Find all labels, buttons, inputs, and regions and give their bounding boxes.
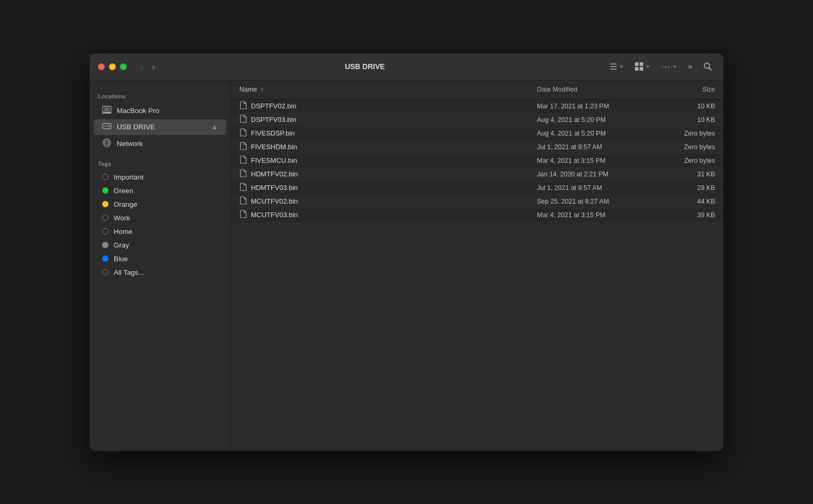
green-dot [102, 187, 108, 194]
green-label: Green [114, 187, 218, 195]
all-tags-icon: ○ [102, 269, 108, 275]
list-view-icon: ☰ [610, 62, 617, 72]
svg-rect-1 [640, 62, 643, 66]
file-date: Jan 14, 2020 at 2:21 PM [537, 171, 663, 178]
sidebar-item-important[interactable]: Important [94, 171, 226, 184]
file-name: DSPTFV03.bin [251, 116, 537, 124]
file-icon [239, 210, 247, 220]
file-date: Mar 4, 2021 at 3:15 PM [537, 157, 663, 164]
toolbar-controls: ☰ ··· [607, 60, 715, 74]
file-date: Sep 25, 2021 at 8:27 AM [537, 198, 663, 205]
table-row[interactable]: MCUTFV02.bin Sep 25, 2021 at 8:27 AM 44 … [231, 195, 723, 208]
search-button[interactable] [700, 60, 715, 73]
ellipsis-icon: ··· [661, 61, 671, 72]
file-name: MCUTFV03.bin [251, 211, 537, 219]
svg-rect-0 [635, 62, 639, 66]
file-size: Zero bytes [663, 157, 715, 164]
sidebar-item-gray[interactable]: Gray [94, 239, 226, 252]
more-chevron-icon [672, 64, 677, 69]
col-name-header[interactable]: Name ⇧ [239, 86, 537, 93]
orange-label: Orange [114, 200, 218, 208]
sidebar-item-blue[interactable]: Blue [94, 252, 226, 265]
file-icon [239, 183, 247, 193]
svg-rect-11 [104, 125, 107, 127]
grid-view-button[interactable] [632, 60, 653, 73]
sidebar-item-work[interactable]: Work [94, 211, 226, 225]
table-row[interactable]: FIVESHDM.bin Jul 1, 2021 at 9:57 AM Zero… [231, 140, 723, 154]
file-name: FIVESMCU.bin [251, 156, 537, 164]
table-row[interactable]: FIVESMCU.bin Mar 4, 2021 at 3:15 PM Zero… [231, 154, 723, 167]
file-size: 10 KB [663, 116, 715, 124]
blue-dot [102, 255, 108, 262]
col-date-header[interactable]: Date Modified [537, 86, 663, 93]
sidebar-item-green[interactable]: Green [94, 184, 226, 197]
sidebar-item-network[interactable]: Network [94, 136, 226, 152]
search-icon [703, 62, 712, 71]
file-icon [239, 115, 247, 125]
svg-rect-2 [635, 67, 639, 71]
file-icon [239, 196, 247, 206]
file-date: Jul 1, 2021 at 9:57 AM [537, 143, 663, 151]
drive-icon [102, 122, 112, 132]
usb-label: USB DRIVE [117, 123, 206, 131]
double-chevron-icon: » [688, 62, 693, 71]
sidebar-item-macbook[interactable]: MacBook Pro [94, 103, 226, 119]
close-button[interactable] [98, 63, 105, 70]
macbook-label: MacBook Pro [117, 107, 218, 115]
more-options-button[interactable]: ··· [658, 60, 680, 74]
table-row[interactable]: DSPTFV03.bin Aug 4, 2021 at 5:20 PM 10 K… [231, 113, 723, 127]
file-icon [239, 155, 247, 165]
file-pane: Name ⇧ Date Modified Size DSPTFV02.bin M… [231, 81, 723, 451]
finder-window: ‹ › USB DRIVE ☰ [90, 53, 723, 451]
sidebar-item-home[interactable]: Home [94, 225, 226, 238]
svg-line-5 [709, 68, 712, 71]
list-view-button[interactable]: ☰ [607, 60, 627, 73]
file-size: 28 KB [663, 184, 715, 192]
file-name: FIVESDSP.bin [251, 129, 537, 137]
work-dot [102, 215, 108, 221]
table-row[interactable]: MCUTFV03.bin Mar 4, 2021 at 3:15 PM 39 K… [231, 208, 723, 222]
file-date: Mar 17, 2021 at 1:23 PM [537, 103, 663, 110]
gray-dot [102, 242, 108, 248]
file-name: FIVESHDM.bin [251, 143, 537, 151]
file-date: Jul 1, 2021 at 9:57 AM [537, 184, 663, 192]
extra-nav-button[interactable]: » [685, 60, 695, 73]
col-size-header[interactable]: Size [663, 86, 715, 93]
table-row[interactable]: HDMTFV03.bin Jul 1, 2021 at 9:57 AM 28 K… [231, 181, 723, 195]
file-size: Zero bytes [663, 143, 715, 151]
grid-chevron-icon [645, 64, 651, 69]
sort-indicator: ⇧ [260, 87, 264, 93]
gray-label: Gray [114, 241, 218, 249]
sidebar-item-orange[interactable]: Orange [94, 198, 226, 211]
important-label: Important [114, 173, 218, 181]
file-size: 39 KB [663, 211, 715, 219]
file-date: Aug 4, 2021 at 5:20 PM [537, 116, 663, 124]
file-icon [239, 128, 247, 138]
file-date: Aug 4, 2021 at 5:20 PM [537, 130, 663, 137]
sidebar-item-all-tags[interactable]: ○ All Tags... [94, 266, 226, 279]
table-row[interactable]: DSPTFV02.bin Mar 17, 2021 at 1:23 PM 10 … [231, 99, 723, 113]
file-size: Zero bytes [663, 130, 715, 137]
svg-rect-7 [104, 107, 109, 111]
home-dot [102, 228, 108, 234]
all-tags-label: All Tags... [114, 268, 218, 276]
svg-rect-3 [640, 67, 643, 71]
minimize-button[interactable] [109, 63, 116, 70]
table-row[interactable]: FIVESDSP.bin Aug 4, 2021 at 5:20 PM Zero… [231, 127, 723, 140]
file-icon [239, 169, 247, 179]
file-name: HDMTFV03.bin [251, 184, 537, 192]
sidebar: Locations MacBook Pro [90, 81, 231, 451]
tags-label: Tags [90, 161, 230, 170]
svg-point-10 [108, 125, 110, 127]
file-date: Mar 4, 2021 at 3:15 PM [537, 211, 663, 219]
eject-icon[interactable]: ▲ [211, 123, 218, 131]
file-name: HDMTFV02.bin [251, 170, 537, 178]
sidebar-item-usb[interactable]: USB DRIVE ▲ [94, 119, 226, 135]
work-label: Work [114, 214, 218, 222]
sort-chevron-icon [619, 64, 624, 69]
file-header: Name ⇧ Date Modified Size [231, 81, 723, 99]
locations-label: Locations [90, 93, 230, 103]
file-icon [239, 101, 247, 111]
file-size: 31 KB [663, 171, 715, 178]
table-row[interactable]: HDMTFV02.bin Jan 14, 2020 at 2:21 PM 31 … [231, 167, 723, 181]
